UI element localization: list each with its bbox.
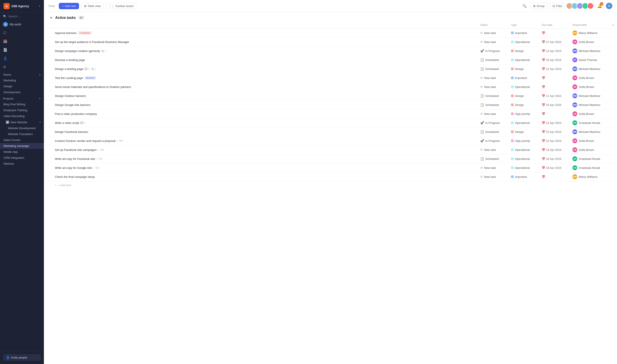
task-status-cell[interactable]: ✉ New task — [478, 145, 508, 154]
sidebar-item-sales-funnel[interactable]: Sales Funnel — [0, 137, 44, 143]
task-resp-cell[interactable]: MM Michael Martinez — [570, 47, 609, 55]
task-type-cell[interactable]: Important — [508, 28, 539, 38]
task-type-cell[interactable]: Design — [508, 127, 539, 136]
collaborator-5[interactable] — [587, 3, 594, 9]
filter-button[interactable]: ⊟ Filter — [550, 3, 565, 9]
task-resp-cell[interactable]: SB Sofia Brown — [570, 82, 609, 91]
task-resp-cell[interactable]: MW Marry Williams — [570, 28, 609, 38]
task-date-cell[interactable]: 📅 10 Apr 2024 — [539, 100, 570, 109]
task-resp-cell[interactable]: AN Anastasia Novak — [570, 154, 609, 163]
task-resp-cell[interactable]: MW Marry Williams — [570, 172, 609, 181]
task-name-cell[interactable]: Set up the target audience in Facebook B… — [44, 38, 478, 47]
table-row[interactable]: Design campaign creative (general) 📎 1 🚀… — [44, 47, 617, 55]
task-date-cell[interactable]: 📅 — [539, 28, 570, 38]
task-type-cell[interactable]: Design — [508, 47, 539, 55]
task-name-cell[interactable]: Design Google Ads banners — [44, 100, 478, 109]
task-resp-cell[interactable]: SB Sofia Brown — [570, 109, 609, 118]
task-status-cell[interactable]: 📋 Scheduled — [478, 154, 508, 163]
table-row[interactable]: Develop a landing page 📋 Scheduled Opera… — [44, 55, 617, 65]
agency-chevron[interactable]: ▾ — [39, 5, 40, 8]
task-type-cell[interactable]: Design — [508, 100, 539, 109]
task-name-cell[interactable]: Send visual materials and specifications… — [44, 82, 478, 91]
task-date-cell[interactable]: 📅 11 Apr 2024 — [539, 91, 570, 100]
task-resp-cell[interactable]: AN Anastasia Novak — [570, 163, 609, 172]
task-date-cell[interactable]: 📅 18 Apr 2024 — [539, 163, 570, 172]
sidebar-item-employee-training[interactable]: Employee Training — [0, 107, 44, 113]
task-date-cell[interactable]: 📅 16 Apr 2024 — [539, 154, 570, 163]
sidebar-item-webinar[interactable]: Webinar — [0, 161, 44, 167]
task-name-cell[interactable]: Test the Landing page blocked — [44, 73, 478, 82]
table-row[interactable]: Set up the target audience in Facebook B… — [44, 38, 617, 47]
table-row[interactable]: Write ad copy for Google Ads ✓ 0/3 ✉ New… — [44, 163, 617, 172]
sidebar-item-new-website[interactable]: 📁 New Website ▾ — [0, 119, 44, 125]
task-status-cell[interactable]: 📋 Scheduled — [478, 127, 508, 136]
task-name-cell[interactable]: Find a video production company — [44, 109, 478, 118]
table-row[interactable]: Design a landing page 💬 3 📎 1 📋 Schedule… — [44, 65, 617, 73]
task-status-cell[interactable]: 📋 Scheduled — [478, 65, 508, 73]
task-type-cell[interactable]: Operational — [508, 38, 539, 47]
task-name-cell[interactable]: Approve banners Feedback — [44, 28, 478, 38]
table-row[interactable]: Approve banners Feedback ✉ New task Impo… — [44, 28, 617, 38]
task-resp-cell[interactable]: DT David Thomas — [570, 55, 609, 65]
task-date-cell[interactable]: 📅 27 Apr 2024 — [539, 38, 570, 47]
add-team-button[interactable]: + — [39, 73, 41, 77]
search-button[interactable]: 🔍 — [521, 3, 528, 9]
task-status-cell[interactable]: ✉ New task — [478, 172, 508, 181]
task-resp-cell[interactable]: MM Michael Martinez — [570, 65, 609, 73]
task-resp-cell[interactable]: SB Sofia Brown — [570, 38, 609, 47]
task-status-cell[interactable]: 📋 Scheduled — [478, 55, 508, 65]
invite-people-button[interactable]: 👤 Invite people — [3, 354, 41, 361]
task-status-cell[interactable]: ✉ New task — [478, 82, 508, 91]
add-new-button[interactable]: + Add new — [59, 3, 79, 9]
task-name-cell[interactable]: Contact Ourdoor vendor and request a pro… — [44, 136, 478, 145]
sidebar-item-marketing-campaign[interactable]: Marketing campaign — [0, 143, 44, 149]
collaborators[interactable] — [567, 3, 594, 9]
task-status-cell[interactable]: ✉ New task — [478, 109, 508, 118]
table-row[interactable]: Design Outdoor banners 📋 Scheduled Desig… — [44, 91, 617, 100]
table-row[interactable]: Contact Ourdoor vendor and request a pro… — [44, 136, 617, 145]
nav-people[interactable]: 👤 — [0, 54, 44, 63]
task-date-cell[interactable]: 📅 22 Apr 2024 — [539, 136, 570, 145]
task-type-cell[interactable]: Operational — [508, 82, 539, 91]
task-name-cell[interactable]: Write a video script 💬 1 — [44, 118, 478, 127]
table-row[interactable]: Write ad copy for Facebook ads ✓ 0/5 📋 S… — [44, 154, 617, 163]
task-name-cell[interactable]: Write ad copy for Facebook ads ✓ 0/5 — [44, 154, 478, 163]
nav-calendar[interactable]: 📅 — [0, 37, 44, 46]
sidebar-item-website-trans[interactable]: Website Translation — [0, 131, 44, 137]
task-status-cell[interactable]: 🚀 In Progress — [478, 47, 508, 55]
task-date-cell[interactable]: 📅 — [539, 82, 570, 91]
sidebar-item-blog-post[interactable]: Blog Post Writing — [0, 101, 44, 107]
task-name-cell[interactable]: Write ad copy for Google Ads ✓ 0/3 — [44, 163, 478, 172]
task-date-cell[interactable]: 📅 — [539, 73, 570, 82]
sidebar-header[interactable]: G GIM Agency ▾ — [0, 0, 44, 13]
task-type-cell[interactable]: Operational — [508, 163, 539, 172]
table-row[interactable]: Set up Facebook Ads campaigns ✓ 0/9 ✉ Ne… — [44, 145, 617, 154]
sidebar-item-development[interactable]: Development — [0, 89, 44, 95]
task-resp-cell[interactable]: MM Michael Martinez — [570, 127, 609, 136]
task-type-cell[interactable]: Design — [508, 91, 539, 100]
task-status-cell[interactable]: ✉ New task — [478, 38, 508, 47]
task-name-cell[interactable]: Check the final campaign setup — [44, 172, 478, 181]
task-resp-cell[interactable]: MM Michael Martinez — [570, 91, 609, 100]
task-type-cell[interactable]: Operational — [508, 55, 539, 65]
task-resp-cell[interactable]: SB Sofia Brown — [570, 136, 609, 145]
my-work-item[interactable]: U My work — [0, 20, 44, 28]
task-date-cell[interactable]: 📅 23 Apr 2024 — [539, 118, 570, 127]
table-row[interactable]: Design Google Ads banners 📋 Scheduled De… — [44, 100, 617, 109]
add-project-button[interactable]: + — [39, 97, 41, 100]
task-date-cell[interactable]: 📅 — [539, 109, 570, 118]
user-avatar[interactable]: U — [606, 2, 613, 9]
add-task-row[interactable]: + + Add task — [44, 181, 617, 189]
task-status-cell[interactable]: ✉ New task — [478, 28, 508, 38]
nav-tasks[interactable]: ☑ — [0, 28, 44, 37]
kanban-board-button[interactable]: ⋮⋮ Kanban board — [106, 3, 136, 9]
task-type-cell[interactable]: Important — [508, 172, 539, 181]
task-status-cell[interactable]: 🚀 In Progress — [478, 136, 508, 145]
task-type-cell[interactable]: Design — [508, 65, 539, 73]
table-row[interactable]: Test the Landing page blocked ✉ New task… — [44, 73, 617, 82]
nav-settings[interactable]: ⚙ — [0, 63, 44, 71]
notifications-button[interactable]: 🔔 12 — [596, 2, 603, 10]
table-row[interactable]: Write a video script 💬 1 🚀 In Progress O… — [44, 118, 617, 127]
nav-docs[interactable]: 📄 — [0, 46, 44, 54]
task-resp-cell[interactable]: SB Sofia Brown — [570, 145, 609, 154]
